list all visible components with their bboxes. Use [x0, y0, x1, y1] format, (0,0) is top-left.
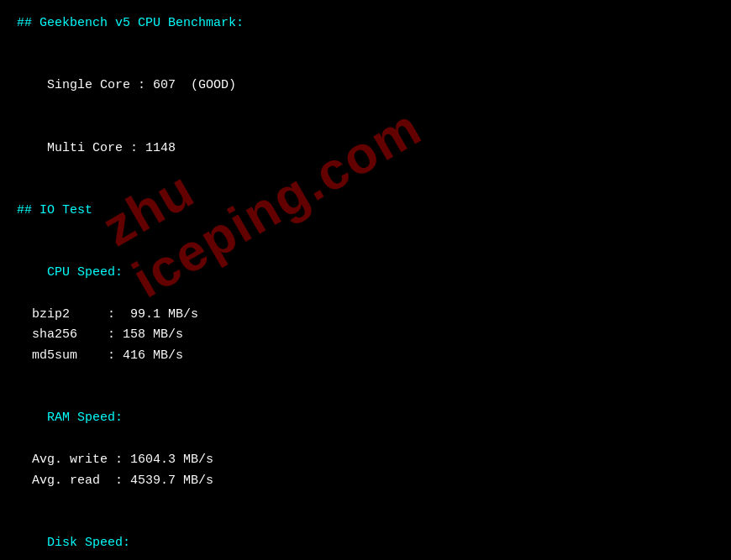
geekbench-header: ## Geekbench v5 CPU Benchmark:	[17, 13, 714, 34]
disk-speed-label: Disk Speed:	[17, 512, 714, 560]
ram-speed-label: RAM Speed:	[17, 388, 714, 450]
cpu-sha256: sha256 : 158 MB/s	[17, 325, 714, 346]
ram-avg-write: Avg. write : 1604.3 MB/s	[17, 450, 714, 471]
multi-core-label: Multi Core : 1148	[47, 141, 176, 155]
single-core-label: Single Core : 607 (GOOD)	[47, 78, 236, 92]
cpu-md5sum: md5sum : 416 MB/s	[17, 346, 714, 367]
single-core-result: Single Core : 607 (GOOD)	[17, 55, 714, 118]
cpu-speed-label: CPU Speed:	[17, 242, 714, 304]
ram-avg-read: Avg. read : 4539.7 MB/s	[17, 471, 714, 492]
cpu-bzip2: bzip2 : 99.1 MB/s	[17, 305, 714, 326]
terminal-content: ## Geekbench v5 CPU Benchmark: Single Co…	[17, 13, 714, 560]
multi-core-result: Multi Core : 1148	[17, 118, 714, 180]
io-test-header: ## IO Test	[17, 201, 714, 222]
